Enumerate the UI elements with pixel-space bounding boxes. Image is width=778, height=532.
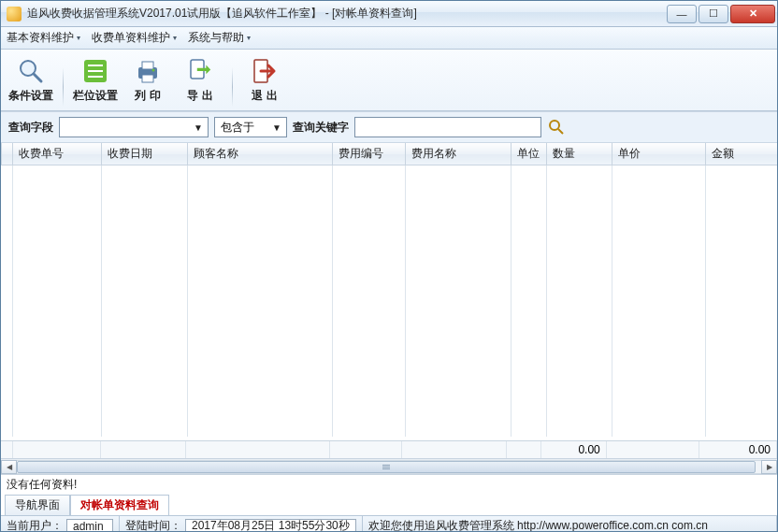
chevron-down-icon: ▼ (269, 120, 284, 135)
scroll-right-button[interactable]: ▶ (761, 460, 777, 474)
status-welcome: 欢迎您使用追风收费管理系统 http://www.poweroffice.com… (363, 516, 777, 532)
svg-point-12 (550, 121, 559, 130)
col-customer-header[interactable]: 顾客名称 (188, 143, 333, 165)
scroll-thumb[interactable] (17, 461, 756, 473)
svg-point-9 (152, 69, 155, 72)
col-billno-header[interactable]: 收费单号 (13, 143, 102, 165)
columns-button[interactable]: 栏位设置 (71, 53, 120, 107)
no-data-text: 没有任何资料! (1, 475, 777, 495)
title-bar: 追风收费收据管理系统V2017.01试用版【追风软件工作室】 - [对帐单资料查… (1, 1, 777, 27)
print-button[interactable]: 列 印 (123, 53, 172, 107)
menu-system-label: 系统与帮助 (188, 30, 244, 46)
printer-icon (133, 56, 163, 86)
col-billno-cell (13, 165, 102, 437)
magnifier-icon (16, 56, 46, 86)
scroll-track[interactable] (17, 460, 761, 474)
col-amount-cell (706, 165, 778, 437)
col-feeno-cell (333, 165, 406, 437)
menu-basic-label: 基本资料维护 (7, 30, 74, 46)
search-op-combo[interactable]: 包含于 ▼ (214, 117, 287, 137)
columns-label: 栏位设置 (73, 88, 118, 104)
condition-label: 条件设置 (8, 88, 53, 104)
svg-rect-8 (142, 75, 153, 82)
status-login-label: 登陆时间： (125, 518, 181, 532)
search-keyword-input[interactable] (354, 117, 541, 137)
gutter-header (2, 143, 13, 165)
col-feeno-header[interactable]: 费用编号 (333, 143, 406, 165)
summary-billdate (101, 441, 186, 458)
svg-rect-5 (88, 76, 103, 78)
bottom-tabs: 导航界面 对帐单资料查询 (1, 495, 777, 515)
summary-billno (13, 441, 101, 458)
separator (232, 67, 233, 107)
menu-bill-label: 收费单资料维护 (92, 30, 170, 46)
export-button[interactable]: 导 出 (176, 53, 224, 107)
menu-basic[interactable]: 基本资料维护 ▾ (7, 30, 80, 46)
export-label: 导 出 (187, 88, 212, 104)
col-price-cell (612, 165, 706, 437)
status-welcome-text: 欢迎您使用追风收费管理系统 http://www.poweroffice.com… (368, 518, 708, 532)
summary-feeno (330, 441, 402, 458)
close-button[interactable]: ✕ (730, 5, 775, 23)
search-field-label: 查询字段 (8, 120, 53, 136)
col-feename-cell (406, 165, 511, 437)
chevron-down-icon: ▼ (191, 120, 206, 135)
col-billdate-cell (102, 165, 188, 437)
svg-rect-3 (88, 65, 103, 66)
col-billdate-header[interactable]: 收费日期 (102, 143, 188, 165)
search-keyword-label: 查询关键字 (293, 120, 349, 136)
chevron-down-icon: ▾ (247, 34, 251, 42)
horizontal-scrollbar[interactable]: ◀ ▶ (1, 459, 777, 475)
summary-feename (402, 441, 507, 458)
summary-price (607, 441, 699, 458)
col-amount-header[interactable]: 金额 (706, 143, 778, 165)
summary-customer (186, 441, 329, 458)
svg-line-1 (34, 74, 41, 81)
menu-system[interactable]: 系统与帮助 ▾ (188, 30, 251, 46)
tab-nav[interactable]: 导航界面 (5, 495, 70, 515)
search-bar: 查询字段 ▼ 包含于 ▼ 查询关键字 (1, 111, 777, 143)
status-user-value: admin (66, 519, 113, 533)
col-unit-header[interactable]: 单位 (511, 143, 547, 165)
svg-rect-4 (88, 70, 103, 72)
tab-current[interactable]: 对帐单资料查询 (70, 495, 169, 515)
maximize-button[interactable]: ☐ (699, 5, 728, 23)
summary-amount: 0.00 (699, 441, 777, 458)
minimize-button[interactable]: — (667, 5, 697, 23)
data-grid: 收费单号收费日期顾客名称费用编号费用名称单位数量单价金额 (1, 143, 777, 440)
menu-bill[interactable]: 收费单资料维护 ▾ (92, 30, 177, 46)
exit-icon (250, 56, 280, 86)
status-login-value: 2017年08月25日 13时55分30秒 (185, 519, 356, 533)
app-icon (7, 7, 22, 22)
print-label: 列 印 (135, 88, 160, 104)
search-icon[interactable] (547, 118, 566, 137)
condition-button[interactable]: 条件设置 (7, 53, 55, 107)
window-title: 追风收费收据管理系统V2017.01试用版【追风软件工作室】 - [对帐单资料查… (27, 6, 667, 22)
chevron-down-icon: ▾ (77, 34, 80, 42)
toolbar: 条件设置 栏位设置 列 印 导 出 退 出 (1, 50, 777, 111)
col-customer-cell (188, 165, 333, 437)
col-feename-header[interactable]: 费用名称 (406, 143, 511, 165)
summary-row: 0.000.00 (1, 440, 777, 459)
menu-bar: 基本资料维护 ▾ 收费单资料维护 ▾ 系统与帮助 ▾ (1, 27, 777, 50)
col-unit-cell (511, 165, 547, 437)
list-icon (80, 56, 110, 86)
exit-label: 退 出 (252, 88, 277, 104)
chevron-down-icon: ▾ (173, 34, 177, 42)
status-login: 登陆时间： 2017年08月25日 13时55分30秒 (120, 516, 363, 532)
summary-qty: 0.00 (541, 441, 606, 458)
scroll-left-button[interactable]: ◀ (1, 460, 17, 474)
status-user-label: 当前用户： (7, 518, 63, 532)
status-user: 当前用户： admin (1, 516, 120, 532)
col-price-header[interactable]: 单价 (612, 143, 706, 165)
search-field-combo[interactable]: ▼ (59, 117, 209, 137)
status-bar: 当前用户： admin 登陆时间： 2017年08月25日 13时55分30秒 … (1, 515, 777, 532)
tab-nav-label: 导航界面 (15, 498, 60, 511)
tab-current-label: 对帐单资料查询 (80, 498, 159, 511)
col-qty-header[interactable]: 数量 (547, 143, 612, 165)
separator (63, 67, 64, 107)
col-qty-cell (547, 165, 612, 437)
exit-button[interactable]: 退 出 (240, 53, 289, 107)
search-op-value: 包含于 (221, 120, 269, 136)
svg-line-13 (558, 129, 563, 134)
